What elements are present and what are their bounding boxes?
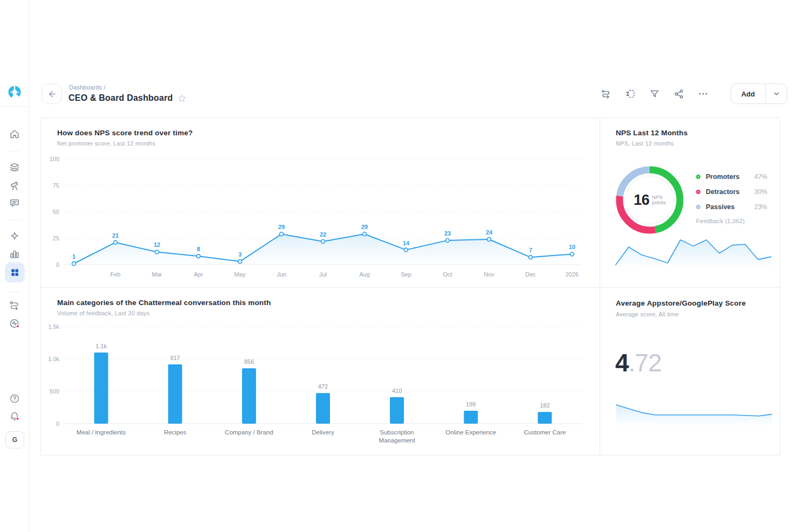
automation-flow-icon[interactable]: [9, 300, 20, 311]
home-icon[interactable]: [9, 128, 20, 140]
svg-text:25: 25: [53, 235, 59, 241]
header-actions: 1 Add: [601, 84, 787, 104]
help-icon[interactable]: [9, 393, 20, 404]
detractors-dot-icon: [696, 190, 700, 194]
automation-flow-icon[interactable]: [601, 88, 611, 99]
svg-text:1: 1: [72, 253, 75, 260]
svg-text:410: 410: [392, 388, 402, 394]
svg-text:Oct: Oct: [443, 271, 452, 278]
svg-text:14: 14: [403, 240, 410, 246]
legend-item-passives[interactable]: Passives 23%: [696, 203, 767, 211]
sidebar: G: [0, 0, 30, 532]
widget-appstore-score: Average Appstore/GooglePlay Score Averag…: [600, 288, 780, 455]
svg-text:Mar: Mar: [152, 271, 162, 278]
svg-text:22: 22: [320, 231, 326, 238]
nps-score-value: 16: [634, 192, 649, 209]
svg-text:Customer Care: Customer Care: [524, 429, 566, 436]
svg-text:21: 21: [112, 232, 119, 239]
svg-text:Meal / Ingredients: Meal / Ingredients: [77, 429, 126, 436]
widget-nps-trend: How does NPS score trend over time? Net …: [41, 118, 600, 288]
svg-text:3: 3: [238, 251, 242, 258]
svg-text:29: 29: [278, 224, 285, 230]
svg-text:Delivery: Delivery: [312, 429, 334, 436]
svg-text:8: 8: [197, 246, 200, 252]
feedback-count[interactable]: Feedback (1,362): [696, 218, 745, 224]
app-logo-icon[interactable]: [6, 84, 23, 101]
sidebar-group-divider: [9, 292, 20, 292]
svg-text:472: 472: [318, 383, 328, 390]
date-range-icon[interactable]: 1: [625, 88, 636, 99]
appstore-sparkline[interactable]: [615, 393, 773, 427]
user-avatar[interactable]: G: [5, 431, 24, 448]
bar-chart-icon[interactable]: [9, 248, 20, 260]
svg-text:Management: Management: [379, 437, 416, 444]
layers-icon[interactable]: [9, 162, 20, 173]
widget-title: How does NPS score trend over time?: [57, 129, 193, 137]
nps-donut-chart[interactable]: 16 NPS points: [614, 164, 685, 236]
bell-icon[interactable]: [9, 411, 20, 422]
promoters-dot-icon: [696, 175, 700, 179]
legend-item-detractors[interactable]: Detractors 30%: [696, 188, 767, 196]
svg-text:May: May: [235, 271, 246, 278]
nps-legend: Promoters 47% Detractors 30% Passives 23…: [696, 173, 767, 218]
sidebar-divider: [0, 106, 30, 107]
svg-text:100: 100: [50, 156, 59, 162]
categories-bar-chart[interactable]: 05001.0k1.5k1.1kMeal / Ingredients917Rec…: [45, 319, 587, 454]
share-icon[interactable]: [673, 88, 684, 99]
sidebar-group-divider: [9, 220, 20, 220]
svg-text:10: 10: [569, 244, 575, 250]
svg-text:199: 199: [466, 401, 476, 407]
sparkle-icon[interactable]: [9, 231, 20, 242]
dashboard-canvas: How does NPS score trend over time? Net …: [40, 118, 780, 455]
svg-text:23: 23: [444, 230, 451, 237]
svg-text:1.1k: 1.1k: [95, 343, 107, 349]
page-title: CEO & Board Dashboard: [68, 93, 173, 103]
arrow-left-icon: [47, 89, 57, 99]
svg-text:0: 0: [56, 420, 59, 427]
svg-text:Sep: Sep: [401, 271, 411, 278]
svg-text:0: 0: [56, 261, 59, 268]
svg-text:Dec: Dec: [525, 271, 536, 278]
svg-text:7: 7: [529, 247, 532, 253]
svg-text:Company / Brand: Company / Brand: [225, 429, 273, 436]
filter-icon[interactable]: [649, 88, 660, 99]
nps-trend-line-chart[interactable]: 0255075100121Feb12Mar8Apr3May29Jun22Jul2…: [45, 151, 587, 284]
nps-sparkline[interactable]: [614, 234, 773, 268]
widget-title: Main categories of the Chattermeal conve…: [57, 299, 271, 307]
favorite-star-icon[interactable]: [177, 94, 187, 103]
svg-text:Jun: Jun: [277, 271, 286, 278]
svg-text:2026: 2026: [566, 271, 579, 278]
nps-score-unit: NPS points: [652, 195, 665, 206]
dashboard-grid-icon: [10, 267, 20, 278]
svg-text:50: 50: [53, 209, 59, 215]
svg-text:856: 856: [244, 358, 254, 365]
svg-text:29: 29: [361, 224, 368, 230]
widget-title: Average Appstore/GooglePlay Score: [616, 299, 746, 307]
add-button[interactable]: Add: [731, 84, 765, 103]
back-button[interactable]: [42, 84, 62, 104]
add-split-button: Add: [731, 84, 787, 104]
svg-text:Nov: Nov: [484, 271, 494, 278]
more-options-icon[interactable]: [698, 88, 708, 99]
chat-icon[interactable]: [9, 197, 20, 209]
widget-subtitle: Volume of feedback, Last 30 days: [57, 310, 150, 316]
widget-subtitle: Average score, All time: [616, 311, 679, 317]
svg-text:Jul: Jul: [319, 271, 327, 278]
breadcrumb[interactable]: Dashboards /: [69, 84, 106, 91]
telescope-icon[interactable]: [9, 180, 20, 191]
activity-health-icon[interactable]: [9, 318, 20, 329]
svg-text:24: 24: [486, 229, 493, 236]
widget-subtitle: NPS, Last 12 months: [616, 140, 674, 147]
svg-text:182: 182: [540, 402, 549, 409]
svg-text:1.0k: 1.0k: [48, 356, 59, 362]
legend-item-promoters[interactable]: Promoters 47%: [696, 173, 767, 181]
svg-text:Subscription: Subscription: [380, 429, 414, 436]
svg-text:Online Experience: Online Experience: [445, 429, 496, 436]
add-dropdown-button[interactable]: [766, 84, 787, 103]
svg-text:1: 1: [625, 91, 629, 97]
svg-text:1.5k: 1.5k: [48, 323, 59, 330]
chevron-down-icon: [773, 90, 780, 98]
donut-center: 16 NPS points: [623, 173, 677, 227]
widget-nps-summary: NPS Last 12 Months NPS, Last 12 months 1…: [600, 118, 780, 288]
sidebar-item-dashboards-active[interactable]: [5, 262, 25, 282]
